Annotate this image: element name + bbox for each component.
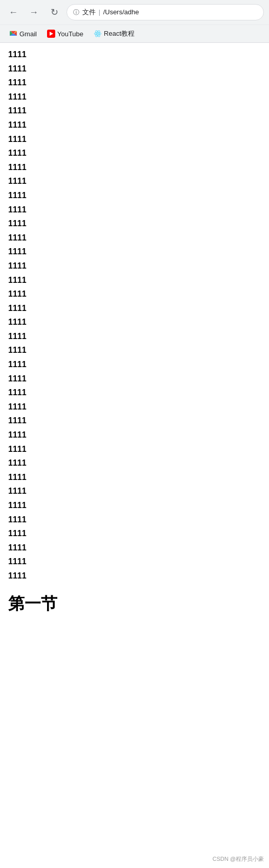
svg-point-0 bbox=[97, 33, 99, 35]
content-line: 1111 bbox=[8, 175, 261, 188]
content-line: 1111 bbox=[8, 358, 261, 371]
forward-button[interactable]: → bbox=[26, 4, 42, 20]
page-content: 1111 1111 1111 1111 1111 1111 1111 1111 … bbox=[0, 43, 269, 624]
bookmark-gmail[interactable]: Gmail bbox=[5, 28, 41, 40]
content-line: 1111 bbox=[8, 443, 261, 456]
content-line: 1111 bbox=[8, 48, 261, 61]
content-line: 1111 bbox=[8, 555, 261, 568]
back-button[interactable]: ← bbox=[5, 4, 21, 20]
section-heading: 第一节 bbox=[8, 593, 261, 615]
gmail-icon bbox=[9, 30, 17, 38]
content-line: 1111 bbox=[8, 90, 261, 104]
youtube-label: YouTube bbox=[57, 30, 83, 38]
content-line: 1111 bbox=[8, 161, 261, 174]
content-line: 1111 bbox=[8, 330, 261, 343]
content-line: 1111 bbox=[8, 217, 261, 230]
content-line: 1111 bbox=[8, 344, 261, 357]
content-line: 1111 bbox=[8, 274, 261, 287]
content-line: 1111 bbox=[8, 414, 261, 427]
gmail-label: Gmail bbox=[19, 30, 37, 38]
nav-bar: ← → ↻ ⓘ 文件 | /Users/adhe bbox=[0, 0, 269, 25]
content-line: 1111 bbox=[8, 428, 261, 442]
content-line: 1111 bbox=[8, 147, 261, 160]
content-line: 1111 bbox=[8, 118, 261, 132]
content-line: 1111 bbox=[8, 203, 261, 216]
info-icon: ⓘ bbox=[73, 8, 79, 17]
content-line: 1111 bbox=[8, 513, 261, 526]
bookmark-youtube[interactable]: YouTube bbox=[43, 28, 87, 40]
content-line: 1111 bbox=[8, 456, 261, 470]
content-line: 1111 bbox=[8, 189, 261, 202]
content-line: 1111 bbox=[8, 541, 261, 554]
content-line: 1111 bbox=[8, 569, 261, 583]
reload-button[interactable]: ↻ bbox=[46, 4, 62, 20]
youtube-icon bbox=[47, 30, 55, 38]
content-line: 1111 bbox=[8, 231, 261, 245]
content-line: 1111 bbox=[8, 471, 261, 484]
content-line: 1111 bbox=[8, 527, 261, 540]
address-text: 文件 | /Users/adhe bbox=[82, 8, 139, 17]
content-line: 1111 bbox=[8, 259, 261, 273]
react-label: React教程 bbox=[104, 29, 134, 38]
content-line: 1111 bbox=[8, 62, 261, 76]
content-line: 1111 bbox=[8, 386, 261, 399]
content-line: 1111 bbox=[8, 133, 261, 146]
content-line: 1111 bbox=[8, 499, 261, 512]
react-icon bbox=[94, 30, 102, 38]
content-line: 1111 bbox=[8, 104, 261, 117]
browser-chrome: ← → ↻ ⓘ 文件 | /Users/adhe bbox=[0, 0, 269, 43]
content-line: 1111 bbox=[8, 485, 261, 498]
footer-watermark: CSDN @程序员小豪 bbox=[213, 855, 264, 863]
address-bar[interactable]: ⓘ 文件 | /Users/adhe bbox=[66, 4, 264, 20]
content-line: 1111 bbox=[8, 76, 261, 89]
content-line: 1111 bbox=[8, 302, 261, 315]
bookmarks-bar: Gmail YouTube React教程 bbox=[0, 25, 269, 42]
content-line: 1111 bbox=[8, 287, 261, 301]
content-line: 1111 bbox=[8, 372, 261, 385]
content-line: 1111 bbox=[8, 400, 261, 414]
content-line: 1111 bbox=[8, 316, 261, 329]
bookmark-react[interactable]: React教程 bbox=[89, 27, 139, 40]
content-line: 1111 bbox=[8, 245, 261, 258]
